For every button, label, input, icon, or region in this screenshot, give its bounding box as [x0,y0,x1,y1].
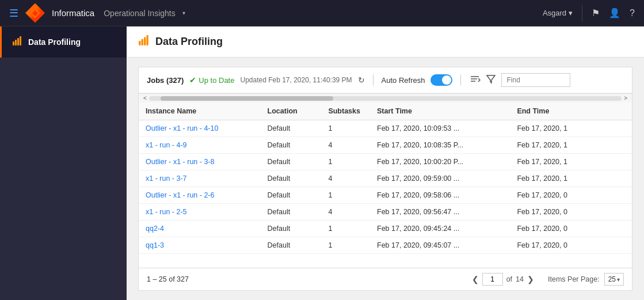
svg-rect-9 [146,35,148,45]
app-name: Operational Insights [104,9,176,18]
subtasks-cell: 1 [321,120,370,137]
table-row: Outlier - x1 - run - 4-10Default1Feb 17,… [139,120,632,137]
app-chevron-icon[interactable]: ▾ [182,10,185,16]
org-name: Asgard [543,9,566,17]
svg-rect-4 [17,38,19,45]
subtasks-cell: 4 [321,204,370,221]
up-to-date-label: Up to Date [199,76,234,85]
flag-icon[interactable]: ⚑ [592,7,600,18]
brand-logo [25,3,45,23]
location-cell: Default [261,204,322,221]
instance-link[interactable]: x1 - run - 3-7 [146,174,187,183]
h-scroll-thumb[interactable] [161,96,333,101]
endTime-cell: Feb 17, 2020, 1 [510,170,632,187]
auto-refresh-label: Auto Refresh [382,76,425,85]
updated-text: Updated Feb 17, 2020, 11:40:39 PM [240,76,352,84]
instance-link[interactable]: Outlier - x1 - run - 2-6 [146,191,214,199]
endTime-cell: Feb 17, 2020, 1 [510,137,632,154]
toolbar-divider-2 [460,74,461,86]
nav-right: Asgard ▾ ⚑ 👤 ? [543,5,635,22]
startTime-cell: Feb 17, 2020, 09:45:24 ... [370,221,510,237]
table-row: qq1-3Default1Feb 17, 2020, 09:45:07 ...F… [139,237,632,254]
table-header-row: Instance Name Location Subtasks Start Ti… [139,102,632,120]
svg-marker-13 [487,75,495,83]
top-nav: ☰ Informatica Operational Insights ▾ Asg… [0,0,644,26]
up-to-date-badge: ✔ Up to Date [189,75,234,85]
subtasks-cell: 4 [321,170,370,187]
instance-link[interactable]: x1 - run - 2-5 [146,208,187,216]
data-table: Instance Name Location Subtasks Start Ti… [139,102,632,254]
auto-refresh-toggle[interactable] [430,74,452,86]
sidebar-item-data-profiling[interactable]: Data Profiling [0,26,127,58]
location-cell: Default [261,170,322,187]
hamburger-icon[interactable]: ☰ [9,7,18,20]
subtasks-cell: 1 [321,221,370,237]
toolbar-divider [373,74,374,86]
h-scroll-left-arrow[interactable]: < [141,95,149,101]
page-header: Data Profiling [127,26,644,58]
pagination-info: 1 – 25 of 327 [147,275,189,283]
instance-link[interactable]: Outlier - x1 - run - 4-10 [146,124,218,132]
instance-link[interactable]: x1 - run - 4-9 [146,141,187,149]
per-page-select[interactable]: 25 ▾ [604,273,624,286]
help-icon[interactable]: ? [630,8,635,18]
sort-icon[interactable] [469,74,481,86]
startTime-cell: Feb 17, 2020, 10:09:53 ... [370,120,510,137]
h-scroll-area[interactable]: < > [139,93,632,102]
table-row: x1 - run - 3-7Default4Feb 17, 2020, 09:5… [139,170,632,187]
pagination-nav: ❮ of 14 ❯ [472,273,534,286]
instance-link[interactable]: qq1-3 [146,241,164,249]
sidebar-item-label: Data Profiling [28,37,81,47]
location-cell: Default [261,120,322,137]
nav-divider [582,5,582,22]
h-scroll-right-arrow[interactable]: > [622,95,630,101]
page-of-label: of [506,275,512,283]
page-input[interactable] [482,273,503,286]
page-header-icon [138,35,150,49]
table-row: Outlier - x1 - run - 3-8Default1Feb 17, … [139,154,632,170]
svg-rect-7 [142,39,143,45]
endTime-cell: Feb 17, 2020, 0 [510,187,632,204]
items-per-page-label: Items Per Page: [548,275,600,283]
check-icon: ✔ [189,75,196,85]
subtasks-cell: 1 [321,237,370,254]
org-selector[interactable]: Asgard ▾ [543,9,573,17]
total-pages: 14 [516,275,524,283]
instance-link[interactable]: qq2-4 [146,225,164,233]
endTime-cell: Feb 17, 2020, 0 [510,237,632,254]
col-header-end: End Time [510,102,632,120]
svg-rect-5 [20,36,21,45]
jobs-count: Jobs (327) [147,76,184,85]
startTime-cell: Feb 17, 2020, 09:45:07 ... [370,237,510,254]
startTime-cell: Feb 17, 2020, 10:00:20 P... [370,154,510,170]
per-page-chevron-icon: ▾ [617,276,620,283]
location-cell: Default [261,187,322,204]
endTime-cell: Feb 17, 2020, 0 [510,204,632,221]
location-cell: Default [261,221,322,237]
page-title: Data Profiling [155,36,223,48]
sidebar: Data Profiling [0,26,127,300]
table-row: Outlier - x1 - run - 2-6Default1Feb 17, … [139,187,632,204]
prev-page-arrow[interactable]: ❮ [472,275,479,284]
startTime-cell: Feb 17, 2020, 09:59:00 ... [370,170,510,187]
filter-icon[interactable] [486,74,496,86]
per-page-value: 25 [608,275,616,283]
user-icon[interactable]: 👤 [609,7,620,18]
col-header-location: Location [261,102,322,120]
svg-rect-8 [144,37,146,45]
content-area: Jobs (327) ✔ Up to Date Updated Feb 17, … [127,58,644,300]
location-cell: Default [261,237,322,254]
endTime-cell: Feb 17, 2020, 1 [510,154,632,170]
table-scroll: < > Instance Name Location Subtasks [139,93,632,268]
find-input[interactable] [501,73,570,87]
sidebar-item-icon [12,36,22,48]
next-page-arrow[interactable]: ❯ [527,275,534,284]
instance-link[interactable]: Outlier - x1 - run - 3-8 [146,158,214,166]
h-scroll-track[interactable] [149,96,622,101]
main-content: Data Profiling Jobs (327) ✔ Up to Date U… [127,26,644,300]
location-cell: Default [261,154,322,170]
refresh-icon[interactable]: ↻ [358,75,365,85]
subtasks-cell: 4 [321,137,370,154]
endTime-cell: Feb 17, 2020, 1 [510,120,632,137]
layout: Data Profiling Data Profiling Jobs (327) [0,26,644,300]
